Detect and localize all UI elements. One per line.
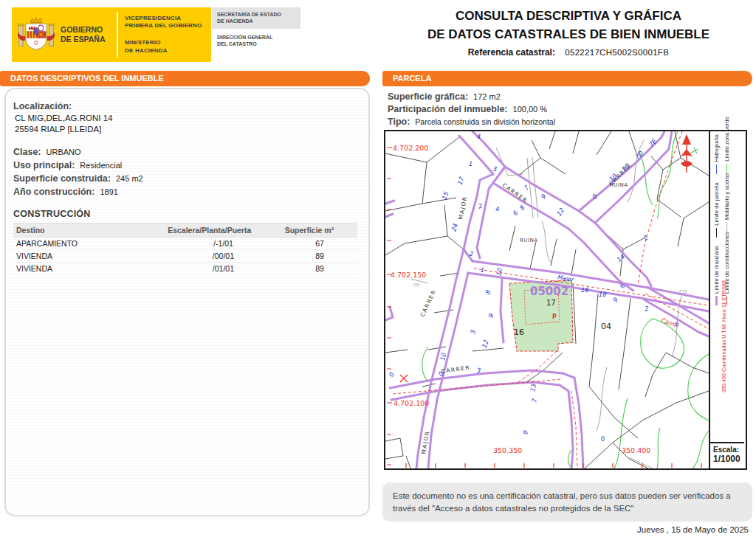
map-label: 4.702.200 [393, 144, 428, 152]
table-cell: 89 [282, 250, 358, 263]
legend-item: Límite zona verde [724, 117, 730, 173]
table-cell: 67 [282, 238, 358, 250]
map-label: 17 [546, 299, 556, 307]
map-label: 24 [450, 223, 459, 233]
table-header: Superficie m² [282, 224, 358, 238]
map-label: 8 [484, 288, 492, 295]
map-label: 1 [468, 160, 472, 167]
legend-swatch-icon [726, 164, 727, 173]
direction-label: DIRECCIÓN GENERAL DEL CATASTRO [212, 29, 300, 53]
legend-item: Límite de parcela [713, 182, 720, 237]
ministry-label: MINISTERIO DE HACIENDA [125, 39, 202, 55]
map-label: 4.702.150 [391, 271, 426, 279]
table-row: VIVIENDA/01/0189 [13, 263, 357, 275]
utm-coordinates-note: 350.450 Coordenadas U.T.M. Huso 31 ETRS8… [721, 276, 727, 392]
cadastral-document-page: GOBIERNO DE ESPAÑA VICEPRESIDENCIA PRIME… [0, 0, 756, 540]
map-label: 350.350 [493, 446, 522, 454]
table-cell: 89 [282, 263, 358, 275]
table-cell: /00/01 [165, 250, 282, 263]
field-row: Tipo:Parcela construida sin división hor… [388, 117, 752, 127]
government-name: GOBIERNO DE ESPAÑA [61, 25, 112, 44]
map-label: 2 [477, 202, 483, 210]
legend-item: Límite de manzana [713, 246, 720, 305]
map-label: 7D [633, 149, 645, 162]
field-label: Superficie construida: [13, 173, 111, 184]
map-label: 9 [539, 193, 547, 201]
spain-coat-of-arms-icon [18, 14, 55, 55]
field-row: Uso principal:Residencial [13, 160, 361, 170]
map-label: 4 [476, 133, 481, 140]
map-canvas: 4.702.2004.702.1504.702.100350.350350.40… [385, 131, 709, 468]
legend-swatch-icon [715, 296, 718, 305]
property-data-panel: Localización: CL MIG,DEL,AG.RONI 14 2559… [4, 88, 370, 516]
map-label: 3 [469, 330, 477, 336]
table-cell: /-1/01 [165, 238, 282, 250]
map-label: 2 [642, 234, 650, 243]
map-label: 8 [518, 204, 526, 212]
field-label: Participación del inmueble: [388, 104, 508, 114]
map-label: 13 [529, 383, 537, 392]
map-label: 12 [480, 339, 489, 350]
map-labels: 4.702.2004.702.1504.702.100350.350350.40… [387, 133, 687, 454]
construction-table: DestinoEscalera/Planta/PuertaSuperficie … [13, 223, 357, 275]
legend-swatch-icon [716, 228, 717, 238]
legend-row: Límite de manzanaLímite de parcelaHidrog… [713, 134, 720, 305]
field-row: Superficie gráfica:172 m2 [388, 91, 752, 102]
map-label: 16 [580, 286, 588, 294]
government-line2: DE ESPAÑA [61, 35, 112, 44]
map-label: MAJOR [457, 195, 469, 221]
map-label: 7E [647, 137, 659, 149]
table-cell: VIVIENDA [13, 250, 165, 263]
field-label: Superficie gráfica: [388, 91, 468, 102]
map-label: 10 [439, 351, 447, 361]
field-value: 1891 [100, 187, 117, 196]
field-value: 245 m2 [116, 174, 143, 183]
construction-table-head: DestinoEscalera/Planta/PuertaSuperficie … [13, 224, 357, 238]
map-label: 04 [601, 322, 611, 331]
map-label: 3 [492, 165, 497, 173]
field-row: Año construcción:1891 [13, 187, 361, 197]
title-line1: CONSULTA DESCRIPTIVA Y GRÁFICA [384, 7, 753, 26]
legend-swatch-icon [716, 165, 717, 174]
secretary-label: SECRETARÍA DE ESTADO DE HACIENDA [212, 7, 300, 29]
table-cell: VIVIENDA [13, 263, 165, 275]
address-line2: 25594 RIALP [LLEIDA] [15, 125, 361, 134]
map-label: 7 [530, 398, 538, 404]
map-label: RUINA [610, 182, 628, 188]
table-header: Destino [13, 224, 165, 238]
section-header-datos-descriptivos: DATOS DESCRIPTIVOS DEL INMUEBLE [0, 71, 370, 86]
section-header-parcela: PARCELA [382, 71, 752, 86]
cadastral-map: 4.702.2004.702.1504.702.100350.350350.40… [385, 131, 709, 468]
map-label: 2 [469, 250, 473, 257]
legend-item: Hidrografía [713, 134, 720, 174]
field-value: Parcela construida sin división horizont… [415, 117, 555, 126]
reference-value: 0522217CH5002S0001FB [565, 48, 669, 57]
field-label: Uso principal: [13, 160, 75, 170]
map-legend-strip: Límite de manzanaLímite de parcelaHidrog… [709, 131, 744, 468]
scale-box: Escala: 1/1000 [710, 442, 744, 468]
map-label: 0 [387, 371, 396, 378]
map-label: 05002 [530, 285, 568, 298]
map-label: 17 [456, 176, 465, 187]
table-row: APARCAMIENTO/-1/0167 [13, 238, 357, 250]
cadastral-map-frame: 4.702.2004.702.1504.702.100350.350350.40… [384, 130, 747, 470]
map-label: 2 [644, 305, 650, 313]
map-label: CARRER [419, 288, 438, 318]
document-title: CONSULTA DESCRIPTIVA Y GRÁFICA DE DATOS … [384, 7, 753, 58]
property-fields: Clase:URBANOUso principal:ResidencialSup… [13, 147, 361, 197]
construction-table-body: APARCAMIENTO/-1/0167VIVIENDA/00/0189VIVI… [13, 238, 357, 275]
field-value: 172 m2 [473, 92, 501, 101]
parcel-fields: Superficie gráfica:172 m2Participación d… [388, 89, 752, 127]
field-row: Clase:URBANO [13, 147, 361, 157]
cadastral-reference: Referencia catastral: 0522217CH5002S0001… [384, 47, 753, 58]
field-label: Año construcción: [13, 187, 94, 197]
table-row: VIVIENDA/00/0189 [13, 250, 357, 263]
map-label: 12 [554, 207, 566, 218]
construction-header-row: DestinoEscalera/Planta/PuertaSuperficie … [13, 224, 357, 238]
scale-value: 1/1000 [713, 454, 741, 464]
field-label: Clase: [13, 147, 41, 157]
map-label: co [413, 282, 419, 288]
map-label: 18 [598, 291, 607, 298]
table-cell: /01/01 [165, 263, 282, 275]
localizacion-label: Localización: [13, 101, 361, 111]
